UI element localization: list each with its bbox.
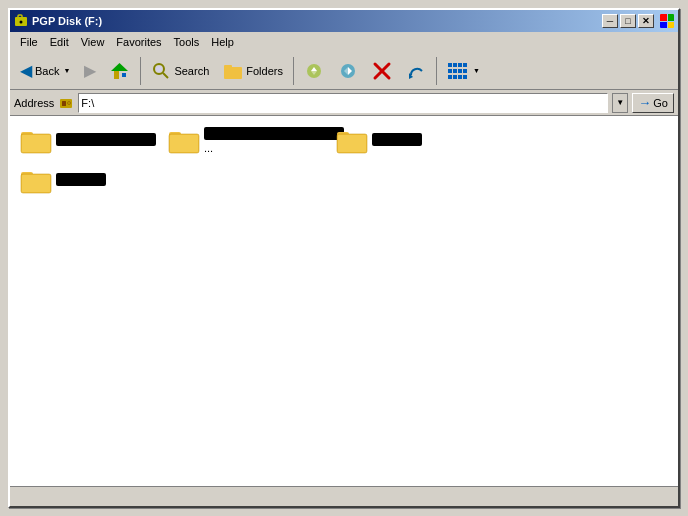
view-dropdown-icon: ▼: [473, 67, 480, 74]
delete-button[interactable]: [366, 56, 398, 86]
view-button[interactable]: ▼: [441, 56, 486, 86]
svg-rect-20: [448, 63, 452, 67]
svg-rect-31: [463, 75, 467, 79]
svg-marker-4: [111, 63, 128, 71]
svg-rect-38: [22, 135, 50, 152]
folders-icon: [223, 61, 243, 81]
separator-1: [140, 57, 141, 85]
svg-rect-10: [224, 65, 232, 69]
svg-rect-29: [453, 75, 457, 79]
status-bar: [10, 486, 678, 506]
minimize-button[interactable]: ─: [602, 14, 618, 28]
folder-icon-4: [20, 166, 52, 194]
undo-icon: [406, 61, 426, 81]
title-buttons: ─ □ ✕: [602, 14, 674, 28]
address-bar: Address ▼ → Go: [10, 90, 678, 116]
copy-icon: [304, 61, 324, 81]
close-button[interactable]: ✕: [638, 14, 654, 28]
move-icon: [338, 61, 358, 81]
svg-rect-50: [22, 175, 50, 192]
title-bar: PGP Disk (F:) ─ □ ✕: [10, 10, 678, 32]
menu-help[interactable]: Help: [205, 34, 240, 50]
folder-icon-2: [168, 126, 200, 154]
folder-icon-3: [336, 126, 368, 154]
view-icon: [447, 61, 469, 81]
svg-rect-33: [62, 101, 66, 106]
svg-rect-3: [114, 71, 119, 79]
menu-edit[interactable]: Edit: [44, 34, 75, 50]
back-arrow-icon: ◀: [20, 61, 32, 80]
address-dropdown[interactable]: ▼: [612, 93, 628, 113]
folder-item-2[interactable]: ...: [166, 124, 326, 156]
undo-button[interactable]: [400, 56, 432, 86]
address-label: Address: [14, 97, 54, 109]
delete-icon: [372, 61, 392, 81]
content-area: ...: [10, 116, 678, 486]
svg-rect-21: [453, 63, 457, 67]
windows-logo: [660, 14, 674, 28]
forward-button[interactable]: ▶: [78, 56, 102, 86]
folder-item-3[interactable]: [334, 124, 424, 156]
search-label: Search: [174, 65, 209, 77]
go-label: Go: [653, 97, 668, 109]
separator-2: [293, 57, 294, 85]
main-window: PGP Disk (F:) ─ □ ✕ File Edit View Favor…: [8, 8, 680, 508]
folder-item-1[interactable]: [18, 124, 158, 156]
menu-tools[interactable]: Tools: [168, 34, 206, 50]
folder-row-2: [18, 164, 108, 196]
toolbar: ◀ Back ▼ ▶ Search: [10, 52, 678, 90]
menu-bar: File Edit View Favorites Tools Help: [10, 32, 678, 52]
svg-rect-22: [458, 63, 462, 67]
separator-3: [436, 57, 437, 85]
up-button[interactable]: [104, 56, 136, 86]
title-icon: [14, 14, 28, 28]
folders-label: Folders: [246, 65, 283, 77]
go-button[interactable]: → Go: [632, 93, 674, 113]
svg-line-7: [163, 73, 168, 78]
folder-item-4[interactable]: [18, 164, 108, 196]
copy-to-button[interactable]: [298, 56, 330, 86]
back-dropdown-icon: ▼: [63, 67, 70, 74]
back-button[interactable]: ◀ Back ▼: [14, 56, 76, 86]
menu-file[interactable]: File: [14, 34, 44, 50]
svg-rect-26: [458, 69, 462, 73]
folder-label-3: [372, 133, 422, 148]
svg-rect-28: [448, 75, 452, 79]
folder-label-1: [56, 133, 156, 148]
back-label: Back: [35, 65, 59, 77]
folders-button[interactable]: Folders: [217, 56, 289, 86]
maximize-button[interactable]: □: [620, 14, 636, 28]
search-icon: [151, 61, 171, 81]
go-arrow-icon: →: [638, 95, 651, 110]
folder-icon-1: [20, 126, 52, 154]
folder-row-1: ...: [18, 124, 424, 156]
svg-rect-5: [122, 73, 126, 77]
address-input[interactable]: [78, 93, 608, 113]
window-title: PGP Disk (F:): [32, 15, 102, 27]
svg-rect-27: [463, 69, 467, 73]
svg-point-34: [68, 101, 71, 104]
title-bar-left: PGP Disk (F:): [14, 14, 102, 28]
svg-rect-24: [448, 69, 452, 73]
drive-icon: [58, 95, 74, 111]
svg-rect-42: [170, 135, 198, 152]
search-button[interactable]: Search: [145, 56, 215, 86]
svg-rect-30: [458, 75, 462, 79]
svg-rect-25: [453, 69, 457, 73]
svg-rect-23: [463, 63, 467, 67]
folder-label-2: ...: [204, 127, 324, 154]
svg-point-2: [20, 21, 23, 24]
svg-point-8: [156, 66, 162, 72]
move-to-button[interactable]: [332, 56, 364, 86]
menu-favorites[interactable]: Favorites: [110, 34, 167, 50]
forward-arrow-icon: ▶: [84, 61, 96, 80]
up-arrow-icon: [110, 61, 130, 81]
folder-label-4: [56, 173, 106, 188]
menu-view[interactable]: View: [75, 34, 111, 50]
svg-rect-46: [338, 135, 366, 152]
